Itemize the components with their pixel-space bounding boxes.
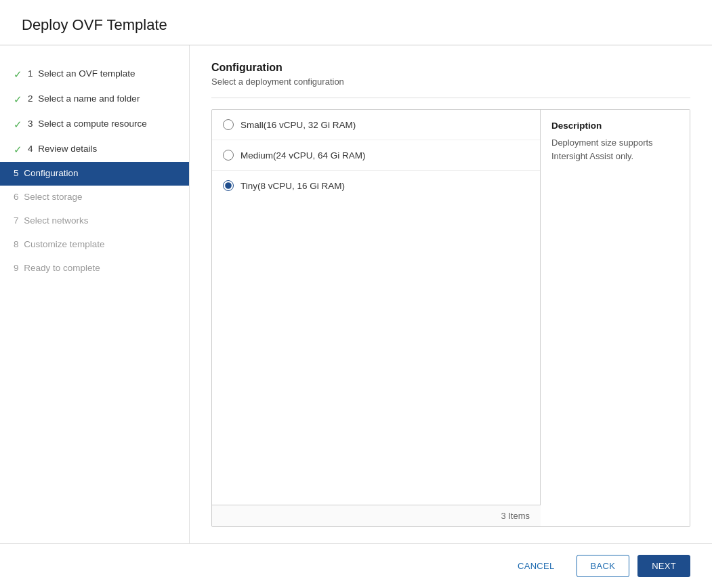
options-list: Small(16 vCPU, 32 Gi RAM) Medium(24 vCPU… [212, 110, 541, 505]
description-title: Description [551, 121, 679, 131]
option-small[interactable]: Small(16 vCPU, 32 Gi RAM) [212, 110, 540, 140]
option-medium-label[interactable]: Medium(24 vCPU, 64 Gi RAM) [240, 150, 366, 161]
dialog-header: Deploy OVF Template [0, 0, 712, 45]
next-button[interactable]: NEXT [637, 555, 690, 577]
deploy-ovf-dialog: Deploy OVF Template ✓ 1 Select an OVF te… [0, 0, 712, 588]
sidebar-item-step7: 7 Select networks [0, 209, 189, 233]
checkmark-icon-1: ✓ [14, 67, 22, 81]
section-title: Configuration [211, 62, 690, 74]
dialog-title: Deploy OVF Template [22, 16, 690, 34]
section-subtitle: Select a deployment configuration [211, 77, 690, 98]
option-small-label[interactable]: Small(16 vCPU, 32 Gi RAM) [240, 120, 356, 130]
description-text: Deployment size supports Intersight Assi… [551, 136, 679, 163]
sidebar-item-step9: 9 Ready to complete [0, 257, 189, 280]
dialog-body: ✓ 1 Select an OVF template ✓ 2 Select a … [0, 45, 712, 543]
sidebar-item-label-4: 4 Review details [28, 143, 97, 156]
sidebar-item-step1[interactable]: ✓ 1 Select an OVF template [0, 62, 189, 87]
config-container: Small(16 vCPU, 32 Gi RAM) Medium(24 vCPU… [211, 109, 690, 527]
sidebar-item-label-6: 6 Select storage [14, 191, 83, 204]
description-panel: Description Deployment size supports Int… [541, 110, 690, 526]
radio-small[interactable] [223, 119, 234, 130]
options-and-footer: Small(16 vCPU, 32 Gi RAM) Medium(24 vCPU… [212, 110, 541, 526]
sidebar-item-label-1: 1 Select an OVF template [28, 68, 135, 81]
sidebar-item-step2[interactable]: ✓ 2 Select a name and folder [0, 87, 189, 112]
checkmark-icon-2: ✓ [14, 92, 22, 106]
sidebar-item-step3[interactable]: ✓ 3 Select a compute resource [0, 112, 189, 137]
sidebar-item-step6: 6 Select storage [0, 186, 189, 209]
checkmark-icon-3: ✓ [14, 117, 22, 131]
sidebar-item-step4[interactable]: ✓ 4 Review details [0, 137, 189, 162]
sidebar-item-label-9: 9 Ready to complete [14, 262, 100, 275]
checkmark-icon-4: ✓ [14, 142, 22, 156]
sidebar-item-label-5: 5 Configuration [14, 167, 79, 180]
sidebar-item-label-7: 7 Select networks [14, 215, 89, 228]
back-button[interactable]: BACK [577, 555, 630, 577]
sidebar-item-label-8: 8 Customize template [14, 238, 105, 251]
cancel-button[interactable]: CANCEL [504, 555, 568, 576]
sidebar-item-label-2: 2 Select a name and folder [28, 93, 140, 106]
sidebar-item-step5[interactable]: 5 Configuration [0, 162, 189, 186]
radio-tiny[interactable] [223, 180, 234, 191]
sidebar-item-step8: 8 Customize template [0, 233, 189, 257]
sidebar: ✓ 1 Select an OVF template ✓ 2 Select a … [0, 45, 190, 543]
sidebar-item-label-3: 3 Select a compute resource [28, 118, 147, 131]
items-footer: 3 Items [212, 505, 541, 526]
option-tiny[interactable]: Tiny(8 vCPU, 16 Gi RAM) [212, 171, 540, 201]
main-content: Configuration Select a deployment config… [190, 45, 712, 543]
dialog-footer: CANCEL BACK NEXT [0, 543, 712, 588]
option-tiny-label[interactable]: Tiny(8 vCPU, 16 Gi RAM) [240, 181, 345, 191]
radio-medium[interactable] [223, 150, 234, 161]
option-medium[interactable]: Medium(24 vCPU, 64 Gi RAM) [212, 140, 540, 171]
